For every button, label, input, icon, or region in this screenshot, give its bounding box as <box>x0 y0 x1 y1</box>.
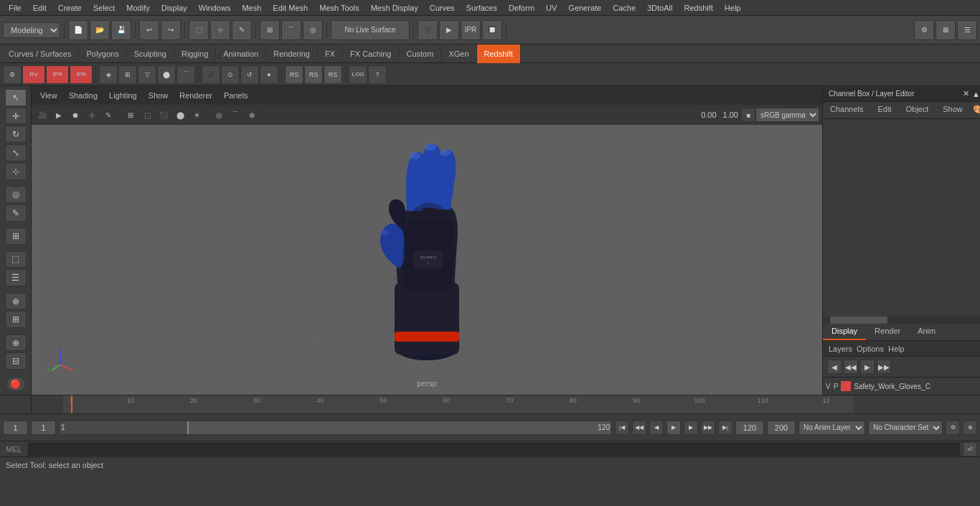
vp-colorspace-icon[interactable]: ■ <box>742 108 755 121</box>
menu-file[interactable]: File <box>3 2 27 14</box>
snap-curve-btn[interactable]: ⌒ <box>281 20 301 40</box>
shape-sphere-btn[interactable]: ⬤ <box>157 65 176 84</box>
vp-subdivide-icon[interactable]: ⊕ <box>244 107 260 123</box>
cube-btn[interactable]: ⬛ <box>202 65 220 84</box>
select-tool-icon[interactable]: ↖ <box>5 89 27 106</box>
mel-command-input[interactable] <box>28 443 960 456</box>
paint-icon[interactable]: ✎ <box>5 205 27 222</box>
vp-xray-icon[interactable]: ◎ <box>211 107 227 123</box>
transform-tool-icon[interactable]: ⊹ <box>5 163 27 180</box>
cb-color-icon[interactable]: 🎨 <box>970 102 980 118</box>
vp-menu-lighting[interactable]: Lighting <box>106 90 140 101</box>
tc-prev-key-btn[interactable]: ◀◀ <box>632 421 646 435</box>
menu-mesh[interactable]: Mesh <box>236 2 267 14</box>
tc-start-frame[interactable]: 1 <box>3 421 28 435</box>
shelf-ipr2-btn[interactable]: IPR <box>70 65 93 84</box>
vp-menu-show[interactable]: Show <box>146 90 171 101</box>
viewport-canvas[interactable]: REK AMPLE CE X Y Z <box>32 125 822 395</box>
lasso-select-btn[interactable]: ⊹ <box>210 20 230 40</box>
mel-enter-btn[interactable]: ⏎ <box>963 442 977 456</box>
menu-display[interactable]: Display <box>156 2 193 14</box>
ipr-btn[interactable]: IPR <box>461 20 481 40</box>
timeline-playhead[interactable] <box>71 395 72 414</box>
dra-tab-render[interactable]: Render <box>866 324 909 340</box>
menu-select[interactable]: Select <box>88 2 121 14</box>
tab-sculpting[interactable]: Sculpting <box>127 44 174 63</box>
vp-lighting-icon[interactable]: ☀ <box>189 107 204 123</box>
tab-rigging[interactable]: Rigging <box>174 44 216 63</box>
layer-prev-icon[interactable]: ◀ <box>827 360 842 374</box>
tc-playback-end[interactable]: 200 <box>767 421 796 435</box>
display-btn[interactable]: 🔲 <box>482 20 502 40</box>
tc-prev-frame-btn[interactable]: ◀ <box>649 421 664 435</box>
vp-menu-panels[interactable]: Panels <box>221 90 251 101</box>
soft-select-icon[interactable]: ◎ <box>5 186 27 203</box>
tab-curves-surfaces[interactable]: Curves / Surfaces <box>1 44 79 63</box>
layer-v-check[interactable]: V <box>826 383 831 390</box>
rotate-tool-icon[interactable]: ↻ <box>5 126 27 143</box>
vp-texture-icon[interactable]: ⬤ <box>172 107 188 123</box>
grid-icon[interactable]: ⊟ <box>5 352 27 370</box>
range-bar[interactable]: 1 120 <box>59 421 612 435</box>
shape-diamond-btn[interactable]: ◈ <box>99 65 118 84</box>
vp-grid-icon[interactable]: ⊞ <box>123 107 138 123</box>
tc-extra-btn[interactable]: ⊕ <box>963 421 977 435</box>
menu-generate[interactable]: Generate <box>562 2 607 14</box>
cb-tab-channels[interactable]: Channels <box>823 102 870 118</box>
move-tool-icon[interactable]: ✛ <box>5 108 27 125</box>
save-scene-btn[interactable]: 💾 <box>111 20 131 40</box>
dra-tab-anim[interactable]: Anim <box>909 324 944 340</box>
vp-menu-renderer[interactable]: Renderer <box>176 90 215 101</box>
menu-surfaces[interactable]: Surfaces <box>461 2 503 14</box>
range-end-input[interactable]: 120 <box>588 422 610 434</box>
vp-wire-icon[interactable]: ⬚ <box>139 107 155 123</box>
new-scene-btn[interactable]: 📄 <box>68 20 88 40</box>
timeline-numbers[interactable]: 1 10 20 30 40 50 60 70 80 90 100 110 12 <box>63 395 854 414</box>
range-start-input[interactable]: 1 <box>61 422 83 434</box>
anim-layer-select[interactable]: No Anim Layer <box>798 421 865 435</box>
help-icon-btn[interactable]: ? <box>368 65 387 84</box>
menu-edit-mesh[interactable]: Edit Mesh <box>267 2 314 14</box>
layers-menu-options[interactable]: Options <box>857 345 884 353</box>
paint-select-btn[interactable]: ✎ <box>232 20 252 40</box>
menu-deform[interactable]: Deform <box>503 2 540 14</box>
toggle-btn[interactable]: ☰ <box>957 20 977 40</box>
channel-box-expand-icon[interactable]: ▲ <box>972 90 980 98</box>
shelf-gear-icon[interactable]: ⚙ <box>3 65 22 84</box>
dra-tab-display[interactable]: Display <box>823 324 866 340</box>
extras-icon[interactable]: 🔴 <box>6 376 26 392</box>
shelf-ipr-btn[interactable]: IPR <box>46 65 69 84</box>
channel-scrollbar-thumb[interactable] <box>830 317 887 324</box>
snap-grid-btn[interactable]: ⊞ <box>260 20 280 40</box>
tc-anim-end[interactable]: 120 <box>735 421 764 435</box>
redo-btn[interactable]: ↪ <box>161 20 181 40</box>
tc-settings-btn[interactable]: ⚙ <box>946 421 960 435</box>
layers-menu-help[interactable]: Help <box>888 345 905 353</box>
render-btn[interactable]: ▶ <box>439 20 459 40</box>
rs-icon2-btn[interactable]: RS <box>304 65 323 84</box>
display-layer-icon[interactable]: ☰ <box>5 269 27 286</box>
menu-curves[interactable]: Curves <box>424 2 461 14</box>
vp-smooth-icon[interactable]: ⌒ <box>227 107 243 123</box>
tab-fx-caching[interactable]: FX Caching <box>343 44 399 63</box>
vp-record-icon[interactable]: ⏺ <box>67 107 83 123</box>
colorspace-select[interactable]: sRGB gamma <box>755 108 819 122</box>
tab-custom[interactable]: Custom <box>400 44 442 63</box>
uv-icon[interactable]: ⊕ <box>5 293 27 310</box>
menu-3dtoall[interactable]: 3DtoAll <box>641 2 678 14</box>
tab-redshift[interactable]: Redshift <box>477 44 521 63</box>
tab-polygons[interactable]: Polygons <box>79 44 126 63</box>
snap-icon[interactable]: ⊕ <box>5 334 27 352</box>
tube-btn[interactable]: ⊙ <box>221 65 240 84</box>
menu-mesh-display[interactable]: Mesh Display <box>365 2 424 14</box>
show-hide-icon[interactable]: ⬚ <box>5 251 27 268</box>
vp-paint-icon[interactable]: ✎ <box>100 107 116 123</box>
layer-prev2-icon[interactable]: ◀◀ <box>844 360 858 374</box>
menu-windows[interactable]: Windows <box>193 2 237 14</box>
channel-scrollbar[interactable] <box>823 317 980 324</box>
character-set-select[interactable]: No Character Set <box>868 421 943 435</box>
cb-tab-show[interactable]: Show <box>936 102 970 118</box>
layers-menu-layers[interactable]: Layers <box>829 345 852 353</box>
tab-animation[interactable]: Animation <box>216 44 266 63</box>
tab-xgen[interactable]: XGen <box>441 44 476 63</box>
